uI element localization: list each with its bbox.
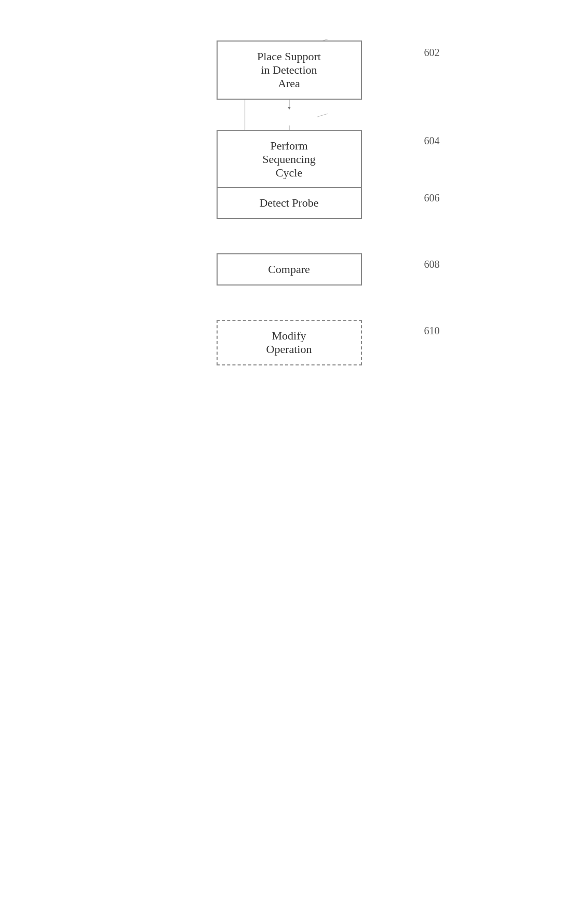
box-compare: Compare xyxy=(217,253,362,286)
box-place-support-text: Place Supportin DetectionArea xyxy=(257,50,321,90)
step-604-wrapper: PerformSequencingCycle 604 xyxy=(133,108,445,185)
ref-604: 604 xyxy=(424,135,440,147)
step-608-wrapper: Compare 608 xyxy=(133,230,445,297)
ref-602: 602 xyxy=(424,47,440,59)
box-detect-probe-text: Detect Probe xyxy=(259,196,318,209)
step-602-wrapper: Place Supportin DetectionArea 602 xyxy=(133,31,445,108)
box-perform-sequencing-text: PerformSequencingCycle xyxy=(262,139,316,179)
box-modify-operation: ModifyOperation xyxy=(217,320,362,365)
box-perform-sequencing: PerformSequencingCycle xyxy=(217,130,362,189)
step-610-wrapper: ModifyOperation 610 xyxy=(133,297,445,370)
ref-608: 608 xyxy=(424,259,440,270)
ref-610: 610 xyxy=(424,325,440,337)
box-compare-text: Compare xyxy=(268,263,310,276)
box-detect-probe: Detect Probe xyxy=(217,187,362,219)
flowchart-container: Place Supportin DetectionArea 602 Perfor… xyxy=(133,31,445,370)
step-606-wrapper: Detect Probe 606 xyxy=(133,185,445,230)
box-modify-operation-text: ModifyOperation xyxy=(266,329,312,356)
ref-606: 606 xyxy=(424,192,440,204)
box-place-support: Place Supportin DetectionArea xyxy=(217,40,362,100)
